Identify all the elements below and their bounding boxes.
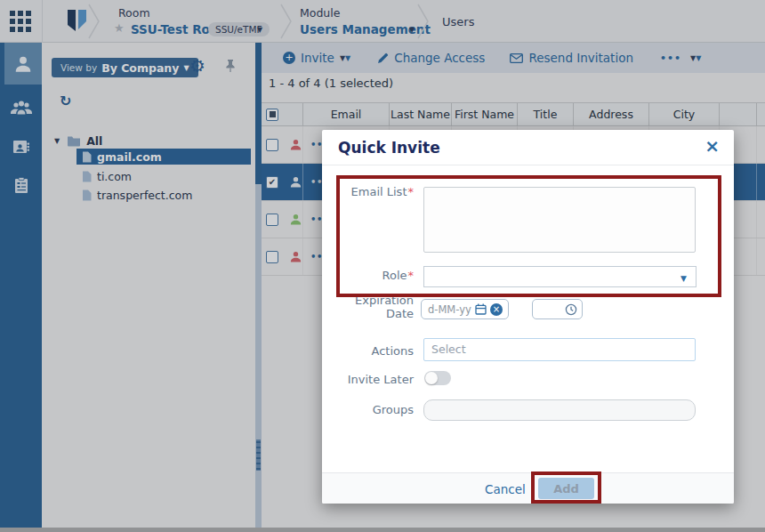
chevron-down-icon	[680, 274, 687, 283]
email-list-label: Email List*	[329, 185, 414, 198]
expiration-date-input[interactable]: d-MM-yy	[421, 299, 509, 319]
actions-select[interactable]: Select	[423, 338, 696, 361]
modal-header: Quick Invite ×	[322, 130, 734, 165]
invite-later-toggle[interactable]	[424, 371, 451, 385]
groups-input[interactable]	[423, 399, 696, 421]
modal-footer: Cancel Add	[322, 472, 734, 504]
close-icon[interactable]: ×	[705, 135, 720, 157]
app-window: Room SSU-Test Room SSU/eTMF Module Users…	[0, 0, 765, 532]
modal-title: Quick Invite	[338, 139, 440, 157]
email-list-textarea[interactable]	[423, 187, 696, 253]
clock-icon	[565, 303, 577, 316]
calendar-icon[interactable]	[475, 303, 487, 315]
clear-date-icon[interactable]	[490, 303, 503, 316]
role-label: Role*	[329, 269, 414, 282]
invite-later-label: Invite Later	[329, 373, 414, 386]
required-marker: *	[408, 269, 415, 282]
expiration-time-input[interactable]	[532, 299, 583, 319]
groups-label: Groups	[329, 403, 414, 416]
cancel-button[interactable]: Cancel	[485, 482, 526, 496]
date-placeholder: d-MM-yy	[428, 303, 471, 316]
add-button[interactable]: Add	[538, 478, 594, 499]
actions-label: Actions	[329, 344, 414, 358]
quick-invite-modal: Quick Invite × Email List* Role* Expirat…	[322, 130, 734, 504]
required-marker: *	[408, 185, 415, 198]
expiration-date-label: Expiration Date	[329, 294, 414, 320]
role-select[interactable]	[423, 266, 697, 287]
